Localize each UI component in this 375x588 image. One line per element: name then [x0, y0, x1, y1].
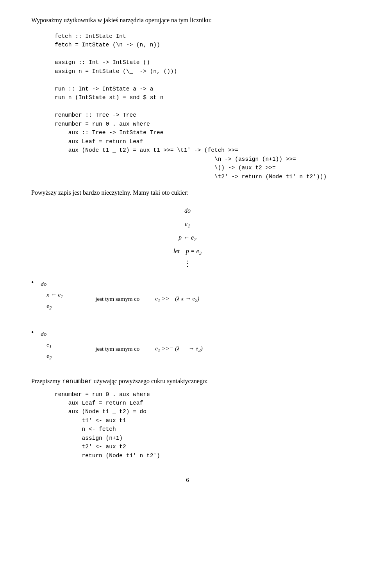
page-number: 6 — [31, 476, 344, 485]
code-block-1: fetch :: IntState Int fetch = IntState (… — [55, 32, 344, 181]
bullet-1-label: jest tym samym co — [95, 295, 139, 304]
bullet-2-label: jest tym samym co — [95, 345, 139, 354]
intro-text: Wyposażmy użytkownika w jakieś narzędzia… — [31, 16, 344, 25]
bullet-1-do-block: do x ← e1 e2 — [41, 279, 88, 313]
do-line4: ⋮ — [31, 259, 344, 268]
do-line3: let p = e3 — [31, 245, 344, 259]
section-text-1: Powyższy zapis jest bardzo nieczytelny. … — [31, 188, 344, 197]
bullet-dot-2: • — [31, 327, 34, 338]
bullet-2-content: do e1 e2 jest tym samym co e1 >>= (λ __ … — [41, 327, 202, 365]
do-e1: e1 — [31, 218, 344, 231]
bullet-2-do-block: do e1 e2 — [41, 329, 88, 362]
section2-mono: renumber — [62, 378, 92, 385]
section-text-2: Przepiszmy renumber używając powyższego … — [31, 377, 344, 386]
bullet-1-content: do x ← e1 e2 jest tym samym co e1 >>= (λ… — [41, 277, 199, 315]
bullet-list: • do x ← e1 e2 jest tym samym co e1 >>= … — [31, 277, 344, 365]
do-line2: p ← e2 — [31, 231, 344, 245]
code-block-2: renumber = run 0 . aux where aux Leaf = … — [55, 390, 344, 460]
math-do-sugar: do e1 p ← e2 let p = e3 ⋮ — [31, 204, 344, 268]
bullet-item-2: • do e1 e2 jest tym samym co e1 >>= (λ _… — [31, 327, 344, 365]
bullet-item-1: • do x ← e1 e2 jest tym samym co e1 >>= … — [31, 277, 344, 315]
section2-text2: używając powyższego cukru syntaktycznego… — [92, 378, 207, 384]
bullet-dot-1: • — [31, 277, 34, 288]
bullet-1-eq: e1 >>= (λ x → e2) — [155, 294, 199, 304]
do-keyword: do — [31, 204, 344, 217]
bullet-2-eq: e1 >>= (λ __ → e2) — [155, 344, 202, 354]
section2-text1: Przepiszmy — [31, 378, 62, 384]
